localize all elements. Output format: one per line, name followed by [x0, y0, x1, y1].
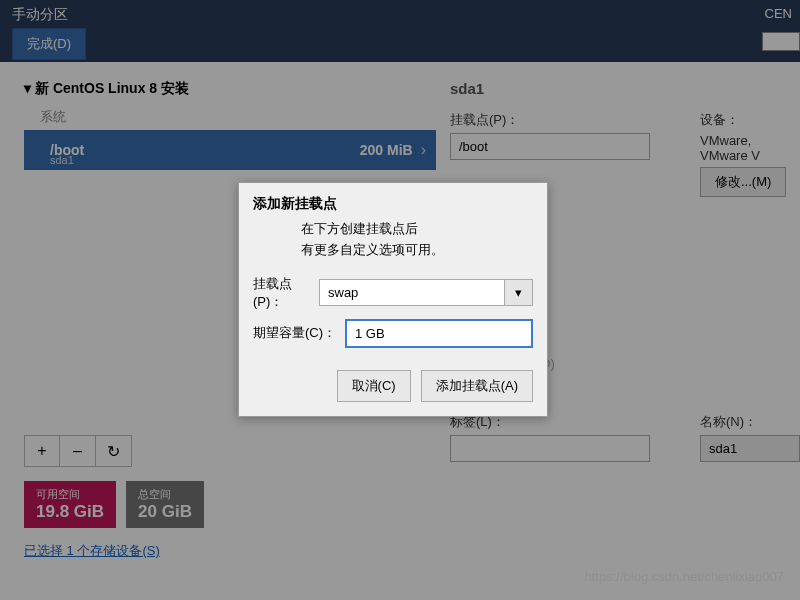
modal-title: 添加新挂载点 [239, 183, 547, 219]
modal-mount-dropdown-button[interactable]: ▾ [505, 279, 533, 306]
cancel-button[interactable]: 取消(C) [337, 370, 411, 402]
add-mountpoint-button[interactable]: 添加挂载点(A) [421, 370, 533, 402]
add-mountpoint-modal: 添加新挂载点 在下方创建挂载点后 有更多自定义选项可用。 挂载点(P)： ▾ 期… [238, 182, 548, 417]
modal-form: 挂载点(P)： ▾ 期望容量(C)： [239, 271, 547, 370]
modal-actions: 取消(C) 添加挂载点(A) [239, 370, 547, 416]
modal-description: 在下方创建挂载点后 有更多自定义选项可用。 [239, 219, 547, 271]
modal-mount-label: 挂载点(P)： [253, 275, 319, 311]
modal-size-label: 期望容量(C)： [253, 324, 345, 342]
modal-size-input[interactable] [345, 319, 533, 348]
modal-mount-combo[interactable] [319, 279, 505, 306]
chevron-down-icon: ▾ [515, 285, 522, 300]
